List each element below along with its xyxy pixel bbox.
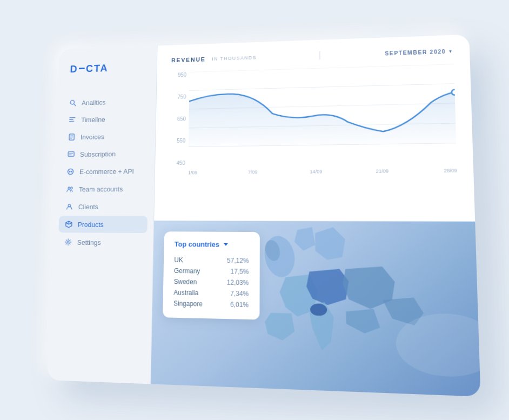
country-pct-australia: 7,34% xyxy=(230,289,249,297)
svg-point-16 xyxy=(68,187,70,189)
svg-rect-7 xyxy=(70,137,73,137)
country-name-uk: UK xyxy=(174,256,183,263)
chart-title: REVENUE xyxy=(171,56,206,63)
sidebar-item-settings[interactable]: Settings xyxy=(58,234,147,251)
chart-title-group: REVENUE IN THOUSANDS xyxy=(171,54,257,63)
countries-title[interactable]: Top countries xyxy=(175,239,219,248)
sidebar-item-subscription[interactable]: Subscription xyxy=(61,145,149,162)
svg-point-17 xyxy=(70,186,72,189)
country-name-sweden: Sweden xyxy=(174,277,197,285)
revenue-chart-panel: REVENUE IN THOUSANDS SEPTEMBER 2020 ▼ 95… xyxy=(154,34,475,221)
svg-rect-10 xyxy=(69,153,73,154)
chart-svg xyxy=(188,64,457,166)
x-label-2809: 28/09 xyxy=(444,168,457,173)
chart-date[interactable]: SEPTEMBER 2020 ▼ xyxy=(385,48,453,56)
sidebar-item-ecommerce[interactable]: E-commerce + API xyxy=(61,162,149,179)
svg-point-25 xyxy=(452,89,457,95)
svg-rect-2 xyxy=(69,117,75,118)
chart-header: REVENUE IN THOUSANDS SEPTEMBER 2020 ▼ xyxy=(171,46,454,64)
svg-rect-3 xyxy=(69,119,73,120)
countries-dropdown-arrow[interactable] xyxy=(224,243,228,245)
country-row-australia: Australia 7,34% xyxy=(173,286,249,299)
y-label-650: 650 xyxy=(170,116,186,122)
sidebar-item-label-analytics: Analitics xyxy=(82,98,106,106)
country-row-germany: Germany 17,5% xyxy=(174,265,249,277)
ecommerce-icon xyxy=(66,167,75,175)
svg-line-20 xyxy=(190,64,454,72)
sidebar-item-analytics[interactable]: Analitics xyxy=(63,92,150,111)
x-label-1409: 14/09 xyxy=(310,169,322,174)
country-name-germany: Germany xyxy=(174,266,200,275)
subscription-icon xyxy=(67,150,75,158)
chart-divider xyxy=(320,51,320,59)
svg-point-0 xyxy=(70,100,74,104)
country-pct-germany: 17,5% xyxy=(230,267,249,275)
svg-rect-6 xyxy=(70,135,73,136)
sidebar-item-products[interactable]: Products xyxy=(58,216,148,233)
x-label-709: 7/09 xyxy=(248,169,257,175)
y-label-450: 450 xyxy=(170,160,185,166)
clients-icon xyxy=(65,202,73,210)
y-label-750: 750 xyxy=(171,94,186,99)
country-row-singapore: Singapore 6,01% xyxy=(173,297,249,310)
country-pct-singapore: 6,01% xyxy=(230,300,249,308)
country-row-sweden: Sweden 12,03% xyxy=(174,276,249,288)
sidebar-item-timeline[interactable]: Timeline xyxy=(62,110,150,128)
svg-point-19 xyxy=(67,241,69,243)
settings-icon xyxy=(64,237,72,246)
country-row-uk: UK 57,12% xyxy=(174,254,249,266)
countries-card: Top countries UK 57,12% Germany 17,5% Sw… xyxy=(163,231,260,319)
y-label-550: 550 xyxy=(170,138,186,144)
map-panel: Top countries UK 57,12% Germany 17,5% Sw… xyxy=(151,221,480,397)
chart-area: 950 750 650 550 450 xyxy=(170,64,457,175)
country-name-singapore: Singapore xyxy=(173,299,203,307)
sidebar-item-invoices[interactable]: Invoices xyxy=(62,127,149,145)
products-icon xyxy=(65,220,73,228)
sidebar: D CTA Analitics xyxy=(47,45,157,384)
svg-rect-8 xyxy=(70,138,72,138)
sidebar-item-label-timeline: Timeline xyxy=(81,115,105,123)
x-label-2109: 21/09 xyxy=(376,168,389,174)
svg-rect-5 xyxy=(69,134,74,139)
logo: D CTA xyxy=(58,61,157,95)
sidebar-item-clients[interactable]: Clients xyxy=(59,198,148,215)
sidebar-item-label-settings: Settings xyxy=(77,238,101,246)
svg-point-18 xyxy=(68,204,71,206)
svg-line-1 xyxy=(74,104,76,105)
dashboard-card: D CTA Analitics xyxy=(47,34,480,396)
sidebar-item-label-products: Products xyxy=(78,220,104,228)
sidebar-item-label-invoices: Invoices xyxy=(81,132,104,141)
svg-line-21 xyxy=(189,83,454,90)
logo-text: D CTA xyxy=(70,61,144,75)
sidebar-item-label-subscription: Subscription xyxy=(80,150,116,158)
y-label-950: 950 xyxy=(171,72,186,78)
sidebar-item-label-ecommerce: E-commerce + API xyxy=(79,167,134,175)
x-label-109: 1/09 xyxy=(188,170,197,175)
country-pct-uk: 57,12% xyxy=(227,256,249,264)
chart-yaxis: 950 750 650 550 450 xyxy=(170,72,187,175)
sidebar-nav: Analitics Timeline xyxy=(52,92,156,251)
dashboard-wrapper: D CTA Analitics xyxy=(44,37,465,383)
sidebar-item-team[interactable]: Team accounts xyxy=(60,180,149,197)
svg-rect-4 xyxy=(69,121,74,122)
country-pct-sweden: 12,03% xyxy=(227,278,249,286)
country-name-australia: Australia xyxy=(173,288,198,296)
svg-rect-11 xyxy=(69,154,72,155)
countries-header: Top countries xyxy=(175,239,249,248)
search-icon xyxy=(69,98,77,106)
invoices-icon xyxy=(68,132,76,141)
team-icon xyxy=(66,185,74,193)
chart-subtitle: IN THOUSANDS xyxy=(212,55,257,61)
main-content: REVENUE IN THOUSANDS SEPTEMBER 2020 ▼ 95… xyxy=(151,34,480,396)
sidebar-item-label-clients: Clients xyxy=(78,203,98,210)
chart-plot xyxy=(188,64,457,166)
timeline-icon xyxy=(68,116,76,124)
chart-xaxis: 1/09 7/09 14/09 21/09 28/09 xyxy=(188,168,457,175)
sidebar-item-label-team: Team accounts xyxy=(79,185,123,193)
